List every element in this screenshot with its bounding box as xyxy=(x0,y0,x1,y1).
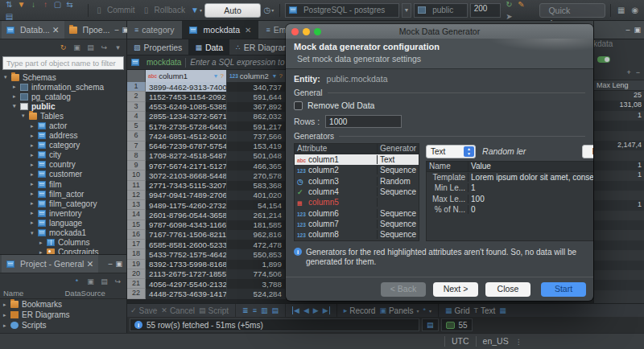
expand-icon[interactable]: ▸ xyxy=(13,93,20,100)
column1-cell[interactable]: 7167-7761-1506-8211 xyxy=(146,230,227,240)
minimize-icon[interactable]: – xyxy=(625,26,630,34)
tree-item-language[interactable]: ▸language xyxy=(0,218,126,228)
compare-icon[interactable]: ⇅ xyxy=(3,0,15,10)
back-button[interactable]: < Back xyxy=(381,282,426,297)
row-number-cell[interactable]: 21 xyxy=(127,279,146,289)
collapse-icon[interactable]: ▾ xyxy=(31,230,38,236)
status-menu-icon[interactable]: ⋮ xyxy=(515,338,523,346)
column2-cell[interactable]: 261,214 xyxy=(227,210,286,220)
tree-item-inventory[interactable]: ▸inventory xyxy=(0,208,126,218)
duplicate-row-icon[interactable]: ▥ xyxy=(261,306,268,314)
tab-category[interactable]: ≡category xyxy=(127,21,182,39)
max-length-cell[interactable] xyxy=(594,240,644,250)
first-row-icon[interactable]: ◀ xyxy=(292,306,299,314)
remove-icon[interactable]: − xyxy=(636,68,640,80)
row-number-cell[interactable]: 1 xyxy=(127,82,146,92)
column1-cell[interactable]: 4056-4297-5540-2132 xyxy=(146,279,227,289)
column1-cell[interactable]: 2113-2675-1727-1855 xyxy=(146,269,227,279)
connection-dropdown-button[interactable]: ▼ xyxy=(402,3,411,18)
property-row-MinLe[interactable]: Min Le...1 xyxy=(427,183,593,193)
column1-cell[interactable]: 6585-8581-2600-5233 xyxy=(146,240,227,249)
edit-value-icon[interactable]: ≣ xyxy=(242,306,249,314)
grid-corner[interactable] xyxy=(127,70,146,82)
column2-cell[interactable]: 54,154 xyxy=(227,200,286,210)
refresh-icon[interactable]: ↻ xyxy=(503,0,515,10)
expand-icon[interactable]: ▸ xyxy=(31,123,38,129)
tree-item-actor[interactable]: ▸actor xyxy=(0,121,126,130)
max-length-cell[interactable] xyxy=(594,150,644,160)
sync-icon[interactable]: ↪ xyxy=(99,42,109,52)
column2-cell[interactable]: 591,217 xyxy=(227,121,286,131)
property-value-cell[interactable]: 1 xyxy=(469,183,593,192)
script-button[interactable]: ▤Script xyxy=(199,306,229,315)
schema-combo[interactable]: public xyxy=(414,3,468,18)
close-icon[interactable]: ✕ xyxy=(86,259,93,269)
perspective-icon[interactable]: ▦ xyxy=(616,4,627,16)
column1-cell[interactable]: 1708-8272-4518-5487 xyxy=(146,151,227,161)
fetch-all-icon[interactable]: ↑ xyxy=(39,0,52,10)
paste-icon[interactable]: ▤ xyxy=(99,276,109,286)
tree-item-information_schema[interactable]: ▸information_schema xyxy=(0,82,126,92)
expand-icon[interactable]: ▸ xyxy=(31,171,38,178)
expand-icon[interactable]: ▸ xyxy=(31,133,38,139)
name-column-header[interactable]: Name xyxy=(427,162,469,171)
column2-cell[interactable]: 1,899 xyxy=(227,260,286,269)
tree-item-pg_catalog[interactable]: ▸pg_catalog xyxy=(0,92,126,101)
tree-item-film_actor[interactable]: ▸film_actor xyxy=(0,189,126,199)
reset-button[interactable]: Reset xyxy=(582,145,593,158)
column2-cell[interactable]: 501,048 xyxy=(227,151,286,161)
expand-icon[interactable]: ▸ xyxy=(3,312,10,318)
max-length-cell[interactable] xyxy=(594,211,644,220)
zoom-window-icon[interactable] xyxy=(314,28,321,35)
column2-cell[interactable]: 181,585 xyxy=(227,220,286,230)
column2-cell[interactable]: 367,892 xyxy=(227,102,286,112)
filter-entity-label[interactable]: mockdata xyxy=(147,58,181,67)
row-number-cell[interactable]: 11 xyxy=(127,181,146,191)
collapse-icon[interactable]: ▾ xyxy=(13,103,20,109)
tree-item-public[interactable]: ▾public xyxy=(0,101,126,111)
combo-stepper-icon[interactable]: ▲▼ xyxy=(464,146,474,157)
tree-item-film[interactable]: ▸film xyxy=(0,179,126,189)
start-button[interactable]: Start xyxy=(541,282,586,297)
filter-icon[interactable]: ▼ xyxy=(213,73,219,79)
row-number-cell[interactable]: 17 xyxy=(127,240,146,249)
transfer-icon[interactable]: ⇆ xyxy=(64,0,76,10)
attribute-row-column8[interactable]: 123column8Sequence xyxy=(295,229,419,240)
column1-cell[interactable]: 2601-8796-0544-3658 xyxy=(146,210,227,220)
edit-icon[interactable]: ✎ xyxy=(515,0,527,10)
text-toggle[interactable]: TText xyxy=(473,306,495,315)
row-number-cell[interactable]: 7 xyxy=(127,142,146,151)
column2-cell[interactable]: 270,578 xyxy=(227,170,286,180)
workspace-icon[interactable]: ◉ xyxy=(630,4,641,16)
subtab-properties[interactable]: ▧Properties xyxy=(127,39,188,55)
column-name-header[interactable]: Name xyxy=(3,289,65,298)
row-number-cell[interactable]: 20 xyxy=(127,269,146,279)
view-menu-icon[interactable]: ▾ xyxy=(113,42,123,52)
commit-label[interactable]: Commit xyxy=(107,6,134,14)
max-length-cell[interactable] xyxy=(594,230,644,240)
transaction-log-icon[interactable]: ◷▾ xyxy=(263,4,275,16)
attribute-row-column4[interactable]: ✓column4Sequence xyxy=(295,187,419,197)
copy-status-button[interactable]: ▤ xyxy=(422,318,439,331)
max-length-cell[interactable]: 2,147,4 xyxy=(594,141,644,150)
column1-cell[interactable]: 2855-1234-3272-5671 xyxy=(146,112,227,121)
expand-icon[interactable]: ▸ xyxy=(31,152,38,158)
row-number-cell[interactable]: 2 xyxy=(127,92,146,101)
expand-icon[interactable]: ▸ xyxy=(31,210,38,216)
column2-header[interactable]: 123 column2 ▼? xyxy=(227,70,286,82)
tree-item-Schemas[interactable]: ▾Schemas xyxy=(0,72,126,82)
tree-item-category[interactable]: ▸category xyxy=(0,141,126,150)
row-count-box[interactable]: 55 xyxy=(441,318,473,331)
quick-access-button[interactable]: Quick Access xyxy=(539,3,605,18)
column1-cell[interactable]: 9787-6098-4343-1166 xyxy=(146,220,227,230)
rows-input[interactable]: 1000 xyxy=(325,115,402,128)
tab-project-general[interactable]: Project - General✕ xyxy=(2,255,98,273)
tree-item-Tables[interactable]: ▾Tables xyxy=(0,111,126,121)
next-button[interactable]: Next > xyxy=(433,282,478,297)
generator-column-header[interactable]: Generator xyxy=(378,144,419,154)
expand-icon[interactable]: ▸ xyxy=(31,220,38,226)
column-datasource-header[interactable]: DataSource xyxy=(65,289,127,298)
grid-toggle[interactable]: ▦Grid xyxy=(445,306,469,315)
column1-cell[interactable]: 9489-1175-4260-2732 xyxy=(146,200,227,210)
add-icon[interactable]: + xyxy=(626,68,630,80)
